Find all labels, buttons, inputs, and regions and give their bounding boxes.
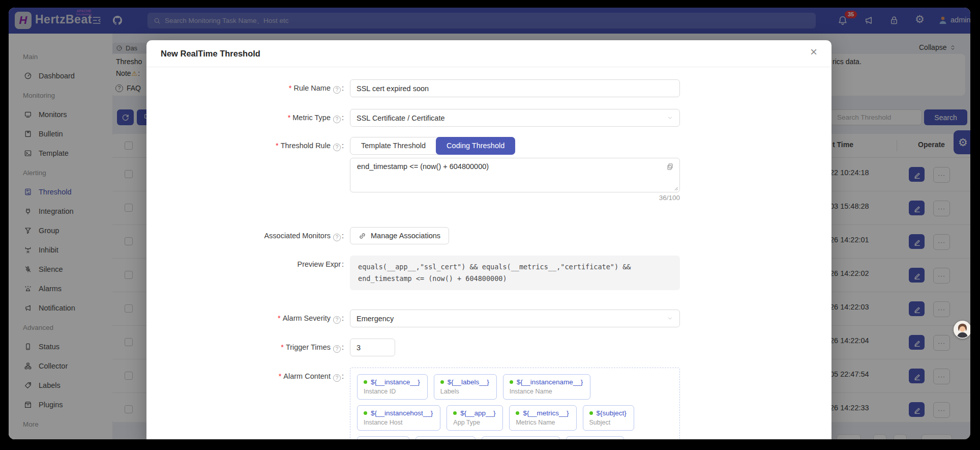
alarm-severity-select[interactable]: Emergency bbox=[350, 310, 680, 327]
help-icon[interactable]: ? bbox=[333, 374, 341, 382]
close-icon[interactable]: × bbox=[807, 45, 820, 59]
modal-header: New RealTime Threshold × bbox=[146, 40, 831, 67]
modal-title: New RealTime Threshold bbox=[161, 49, 260, 59]
app-window: H HertzBeat APACHE Incubating Search Mon… bbox=[9, 8, 970, 439]
preview-expr-label: Preview Expr bbox=[146, 256, 350, 290]
green-dot-icon bbox=[516, 411, 519, 415]
manage-associations-button[interactable]: Manage Associations bbox=[350, 227, 449, 244]
link-icon bbox=[359, 232, 366, 240]
variable-chip[interactable]: ${end_time} bbox=[566, 436, 624, 439]
preview-expr-box: equals(__app__,"ssl_cert") && equals(__m… bbox=[350, 256, 680, 290]
associated-monitors-label: Associated Monitors? bbox=[146, 227, 350, 245]
green-dot-icon bbox=[510, 380, 513, 384]
green-dot-icon bbox=[364, 411, 367, 415]
new-threshold-modal: New RealTime Threshold × *Rule Name? *Me… bbox=[146, 40, 831, 439]
rule-name-input[interactable] bbox=[350, 79, 680, 97]
help-icon[interactable]: ? bbox=[333, 116, 341, 123]
trigger-times-label: *Trigger Times? bbox=[146, 339, 350, 356]
variable-chip[interactable]: ${__instance__} Instance ID bbox=[357, 374, 428, 400]
variable-chip[interactable]: ${__instancehost__} Instance Host bbox=[357, 405, 440, 431]
assistant-avatar[interactable] bbox=[954, 321, 970, 339]
green-dot-icon bbox=[589, 411, 593, 415]
green-dot-icon bbox=[453, 411, 457, 415]
variable-chip[interactable]: ${expired} bbox=[357, 436, 409, 439]
green-dot-icon bbox=[364, 380, 367, 384]
help-icon[interactable]: ? bbox=[333, 316, 341, 324]
variable-chip[interactable]: ${__instancename__} Instance Name bbox=[503, 374, 591, 400]
rule-name-label: *Rule Name? bbox=[146, 79, 350, 97]
copy-icon[interactable] bbox=[666, 162, 674, 171]
help-icon[interactable]: ? bbox=[333, 86, 341, 94]
chevron-down-icon bbox=[667, 315, 673, 322]
metric-type-select[interactable]: SSL Certificate / Certificate bbox=[350, 109, 680, 127]
variable-chip[interactable]: ${start_time} bbox=[415, 436, 476, 439]
alarm-content-variables: ${__instance__} Instance ID ${__labels__… bbox=[350, 368, 680, 439]
chevron-down-icon bbox=[667, 115, 673, 121]
template-threshold-option[interactable]: Template Threshold bbox=[350, 137, 436, 154]
threshold-rule-label: *Threshold Rule? bbox=[146, 137, 350, 155]
variable-chip[interactable]: ${subject} Subject bbox=[583, 405, 634, 431]
expr-textarea[interactable]: end_timestamp <= (now() + 604800000) bbox=[350, 158, 680, 192]
help-icon[interactable]: ? bbox=[333, 144, 341, 151]
coding-threshold-option[interactable]: Coding Threshold bbox=[436, 137, 515, 155]
help-icon[interactable]: ? bbox=[333, 345, 341, 353]
trigger-times-input[interactable] bbox=[350, 339, 395, 356]
char-counter: 36/100 bbox=[350, 193, 680, 203]
resize-handle-icon[interactable] bbox=[672, 184, 679, 191]
variable-chip[interactable]: ${__labels__} Labels bbox=[434, 374, 497, 400]
help-icon[interactable]: ? bbox=[333, 234, 341, 241]
metric-type-label: *Metric Type? bbox=[146, 109, 350, 127]
alarm-severity-label: *Alarm Severity? bbox=[146, 310, 350, 327]
variable-chip[interactable]: ${__app__} App Type bbox=[447, 405, 503, 431]
alarm-content-label: *Alarm Content? bbox=[146, 368, 350, 439]
variable-chip[interactable]: ${start_timestamp} bbox=[482, 436, 560, 439]
threshold-rule-segmented: Template Threshold Coding Threshold bbox=[350, 137, 515, 155]
variable-chip[interactable]: ${__metrics__} Metrics Name bbox=[509, 405, 576, 431]
modal-body: *Rule Name? *Metric Type? SSL Certificat… bbox=[146, 67, 831, 439]
green-dot-icon bbox=[440, 380, 444, 384]
